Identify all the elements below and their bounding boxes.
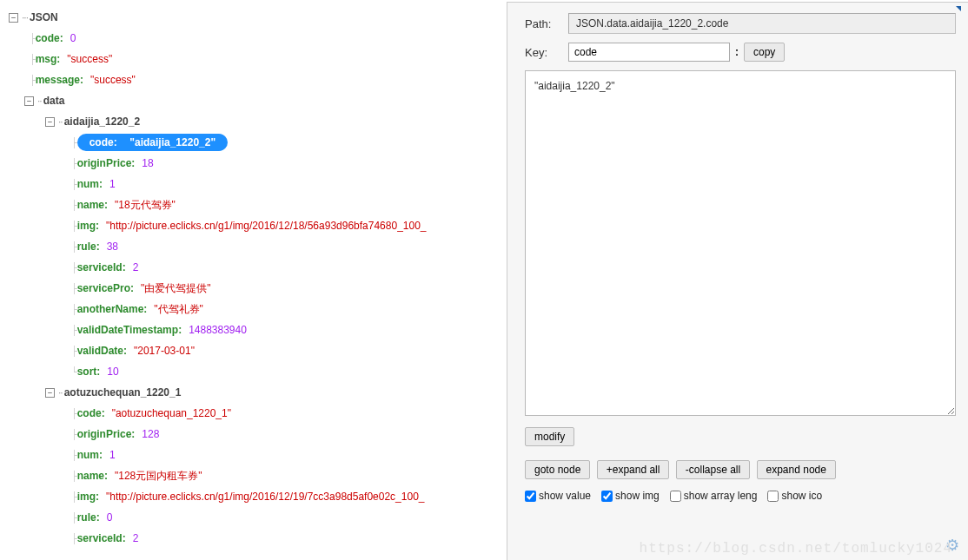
collapse-icon[interactable]: − — [45, 117, 55, 127]
collapse-all-button[interactable]: -collapse all — [676, 460, 750, 479]
leaf-name[interactable]: ├ name :"18元代驾券" — [9, 194, 507, 215]
leaf-img2[interactable]: ├ img :"http://picture.eclicks.cn/g1/img… — [9, 486, 507, 507]
show-ico-checkbox[interactable]: show ico — [767, 490, 822, 502]
collapse-icon[interactable]: − — [45, 388, 55, 398]
collapse-icon[interactable]: − — [9, 13, 18, 23]
copy-button[interactable]: copy — [744, 43, 785, 62]
leaf-rule[interactable]: ├ rule :38 — [9, 236, 507, 257]
value-textarea[interactable] — [525, 70, 956, 416]
expand-node-button[interactable]: expand node — [757, 460, 836, 479]
leaf-msg[interactable]: ├ msg :"success" — [9, 49, 507, 69]
collapse-icon[interactable]: − — [24, 96, 34, 106]
node-aotuzuchequan[interactable]: −··aotuzuchequan_1220_1 — [9, 382, 507, 403]
leaf-serviceId2[interactable]: ├ serviceId :2 — [9, 528, 507, 549]
leaf-validDateTimestamp[interactable]: ├ validDateTimestamp :1488383940 — [9, 320, 507, 340]
leaf-validDate[interactable]: ├ validDate :"2017-03-01" — [9, 340, 507, 361]
show-img-checkbox[interactable]: show img — [601, 490, 660, 502]
leaf-originPrice[interactable]: ├ originPrice :18 — [9, 153, 507, 174]
data-node[interactable]: −··data — [9, 90, 507, 111]
path-label: Path: — [525, 17, 568, 30]
leaf-anotherName[interactable]: ├ anotherName :"代驾礼券" — [9, 299, 507, 320]
json-tree-panel: −···JSON ├ code :0 ├ msg :"success" ├ me… — [0, 0, 507, 560]
leaf-code[interactable]: ├ code :0 — [9, 28, 507, 49]
leaf-servicePro[interactable]: ├ servicePro :"由爱代驾提供" — [9, 278, 507, 299]
show-array-leng-checkbox[interactable]: show array leng — [670, 490, 758, 502]
key-label: Key: — [525, 46, 568, 59]
leaf-img[interactable]: ├ img :"http://picture.eclicks.cn/g1/img… — [9, 215, 507, 236]
root-node[interactable]: −···JSON — [9, 7, 507, 28]
root-label: JSON — [30, 11, 58, 23]
leaf-sort[interactable]: └ sort :10 — [9, 361, 507, 382]
leaf-num[interactable]: ├ num :1 — [9, 174, 507, 194]
node-aidaijia[interactable]: −··aidaijia_1220_2 — [9, 111, 507, 132]
modify-button[interactable]: modify — [525, 427, 574, 446]
leaf-serviceId[interactable]: ├ serviceId :2 — [9, 257, 507, 278]
collapse-triangle-icon[interactable] — [956, 6, 961, 11]
show-value-checkbox[interactable]: show value — [525, 490, 591, 502]
selected-leaf-code[interactable]: ├ code : "aidaijia_1220_2" — [9, 132, 507, 153]
leaf-code2[interactable]: ├ code :"aotuzuchequan_1220_1" — [9, 403, 507, 424]
path-value[interactable]: JSON.data.aidaijia_1220_2.code — [568, 13, 956, 34]
expand-all-button[interactable]: +expand all — [597, 460, 670, 479]
leaf-originPrice2[interactable]: ├ originPrice :128 — [9, 424, 507, 445]
gear-icon[interactable]: ⚙ — [945, 536, 959, 555]
leaf-message[interactable]: ├ message :"success" — [9, 69, 507, 90]
leaf-name2[interactable]: ├ name :"128元国内租车券" — [9, 465, 507, 486]
colon-sep: : — [735, 46, 739, 58]
goto-node-button[interactable]: goto node — [525, 460, 590, 479]
detail-panel: Path: JSON.data.aidaijia_1220_2.code Key… — [507, 2, 968, 560]
leaf-rule2[interactable]: ├ rule :0 — [9, 507, 507, 528]
key-input[interactable] — [568, 43, 730, 62]
leaf-num2[interactable]: ├ num :1 — [9, 445, 507, 465]
